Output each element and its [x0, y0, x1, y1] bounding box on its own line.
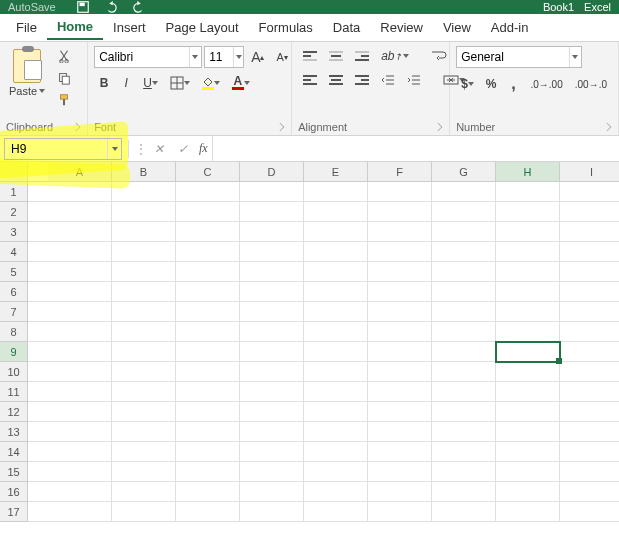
cell[interactable] — [48, 202, 112, 222]
row-header[interactable]: 2 — [0, 202, 28, 222]
column-header[interactable]: H — [496, 162, 560, 182]
cell[interactable] — [240, 322, 304, 342]
row-header[interactable]: 4 — [0, 242, 28, 262]
cell[interactable] — [560, 322, 619, 342]
cell[interactable] — [48, 402, 112, 422]
cell[interactable] — [48, 482, 112, 502]
cancel-formula-button[interactable]: ✕ — [147, 142, 171, 156]
cell[interactable] — [176, 302, 240, 322]
cell[interactable] — [368, 322, 432, 342]
cell[interactable] — [368, 442, 432, 462]
format-painter-button[interactable] — [52, 90, 76, 110]
copy-button[interactable] — [52, 68, 76, 88]
cell[interactable] — [560, 442, 619, 462]
cell[interactable] — [176, 222, 240, 242]
cell[interactable] — [432, 202, 496, 222]
row-header[interactable]: 16 — [0, 482, 28, 502]
tab-addins[interactable]: Add-in — [481, 16, 539, 39]
cell[interactable] — [368, 462, 432, 482]
paste-button[interactable]: Paste — [6, 46, 48, 100]
row-header[interactable]: 6 — [0, 282, 28, 302]
tab-insert[interactable]: Insert — [103, 16, 156, 39]
cell[interactable] — [240, 402, 304, 422]
row-header[interactable]: 9 — [0, 342, 28, 362]
cell[interactable] — [368, 402, 432, 422]
align-bottom-button[interactable] — [350, 46, 374, 66]
cell[interactable] — [48, 422, 112, 442]
orientation-button[interactable]: ab↗ — [376, 46, 413, 66]
cell[interactable] — [176, 342, 240, 362]
cell[interactable] — [560, 462, 619, 482]
cell[interactable] — [432, 502, 496, 522]
cell[interactable] — [368, 382, 432, 402]
cell[interactable] — [496, 262, 560, 282]
number-format-combo[interactable] — [456, 46, 582, 68]
cell[interactable] — [48, 282, 112, 302]
cell[interactable] — [560, 362, 619, 382]
cell[interactable] — [48, 502, 112, 522]
increase-indent-button[interactable] — [402, 70, 426, 90]
cell[interactable] — [304, 342, 368, 362]
cell[interactable] — [432, 322, 496, 342]
cell[interactable] — [560, 502, 619, 522]
cell[interactable] — [48, 362, 112, 382]
cell[interactable] — [368, 202, 432, 222]
cell[interactable] — [432, 382, 496, 402]
column-header[interactable]: B — [112, 162, 176, 182]
cell[interactable] — [240, 202, 304, 222]
cell[interactable] — [176, 502, 240, 522]
cell[interactable] — [304, 422, 368, 442]
row-header[interactable]: 10 — [0, 362, 28, 382]
cell[interactable] — [240, 222, 304, 242]
cell[interactable] — [112, 202, 176, 222]
cell[interactable] — [560, 422, 619, 442]
cell[interactable] — [112, 282, 176, 302]
cell[interactable] — [496, 182, 560, 202]
cell[interactable] — [176, 282, 240, 302]
cell[interactable] — [368, 262, 432, 282]
cell[interactable] — [112, 382, 176, 402]
row-header[interactable]: 8 — [0, 322, 28, 342]
cell[interactable] — [496, 222, 560, 242]
cell[interactable] — [304, 262, 368, 282]
cell[interactable] — [496, 342, 560, 362]
cell[interactable] — [112, 262, 176, 282]
cell[interactable] — [496, 442, 560, 462]
cell[interactable] — [432, 442, 496, 462]
cell[interactable] — [304, 282, 368, 302]
cell[interactable] — [304, 502, 368, 522]
row-header[interactable]: 14 — [0, 442, 28, 462]
column-header[interactable]: A — [48, 162, 112, 182]
cell[interactable] — [432, 182, 496, 202]
row-header[interactable]: 7 — [0, 302, 28, 322]
cell[interactable] — [496, 422, 560, 442]
cell[interactable] — [48, 342, 112, 362]
cell[interactable] — [112, 322, 176, 342]
cell[interactable] — [176, 262, 240, 282]
cell[interactable] — [432, 402, 496, 422]
cell[interactable] — [48, 322, 112, 342]
column-header[interactable]: C — [176, 162, 240, 182]
cell[interactable] — [304, 402, 368, 422]
formula-input[interactable] — [213, 136, 619, 161]
cell[interactable] — [304, 222, 368, 242]
cell[interactable] — [368, 302, 432, 322]
cell[interactable] — [240, 422, 304, 442]
formula-bar[interactable] — [212, 136, 619, 161]
cell[interactable] — [176, 442, 240, 462]
cell[interactable] — [496, 282, 560, 302]
cell[interactable] — [368, 362, 432, 382]
cell[interactable] — [48, 182, 112, 202]
cell[interactable] — [496, 302, 560, 322]
tab-view[interactable]: View — [433, 16, 481, 39]
cell[interactable] — [176, 462, 240, 482]
grow-font-button[interactable]: A▴ — [246, 46, 269, 68]
align-left-button[interactable] — [298, 70, 322, 90]
cell[interactable] — [560, 482, 619, 502]
column-header[interactable]: E — [304, 162, 368, 182]
cell[interactable] — [112, 342, 176, 362]
row-header[interactable]: 13 — [0, 422, 28, 442]
cell[interactable] — [432, 262, 496, 282]
cell[interactable] — [304, 462, 368, 482]
cell[interactable] — [240, 502, 304, 522]
